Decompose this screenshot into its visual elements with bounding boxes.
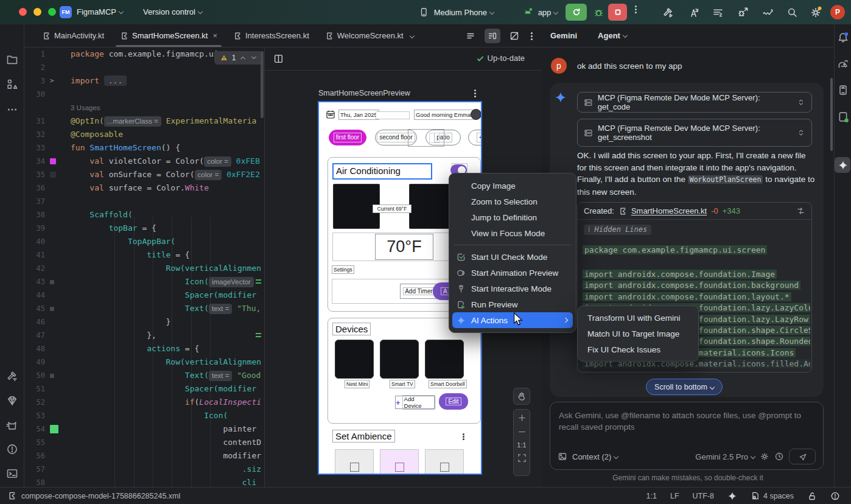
zoom-out-icon[interactable]: [517, 427, 527, 436]
menu-item-zoom-to-selection[interactable]: Zoom to Selection: [452, 194, 573, 209]
preview-name[interactable]: SmartHomeScreenPreview: [318, 89, 410, 97]
terminal-icon[interactable]: [6, 467, 18, 480]
code-view-button[interactable]: [463, 29, 478, 43]
expand-collapse-icon[interactable]: [797, 128, 805, 137]
menu-item-transform-ui[interactable]: Transform UI with Gemini: [581, 310, 695, 326]
tab-list-chevron-icon[interactable]: [409, 33, 414, 38]
next-issue-icon[interactable]: [250, 54, 257, 61]
chip-add[interactable]: +: [468, 130, 482, 145]
run-config-selector[interactable]: app: [522, 7, 558, 17]
menu-item-match-ui[interactable]: Match UI to Target Image: [581, 326, 695, 341]
project-selector[interactable]: FigmaMCP: [77, 7, 123, 16]
tab-welcomescreen[interactable]: WelcomeScreen.kt: [317, 24, 422, 47]
debug-button[interactable]: [589, 4, 608, 21]
edit-button[interactable]: Edit: [439, 393, 468, 410]
indent-config[interactable]: 4 spaces: [751, 491, 794, 500]
close-tab-icon[interactable]: ×: [212, 31, 217, 40]
build-run-icon[interactable]: [662, 7, 674, 18]
split-view-button[interactable]: [485, 29, 500, 43]
ambience-options-icon[interactable]: [463, 436, 464, 438]
apply-changes-icon[interactable]: [688, 7, 699, 18]
fit-screen-icon[interactable]: [517, 453, 527, 463]
zoom-in-icon[interactable]: [517, 413, 527, 422]
menu-item-view-in-focus-mode[interactable]: View in Focus Mode: [452, 225, 573, 241]
attach-image-icon[interactable]: [558, 452, 567, 461]
unlocked-icon[interactable]: [807, 491, 817, 501]
menu-item-jump-to-definition[interactable]: Jump to Definition: [452, 209, 573, 225]
menu-item-start-interactive-mode[interactable]: Start Interactive Mode: [452, 281, 573, 296]
chat-scrollbar[interactable]: [830, 78, 833, 151]
preview-layout-icon[interactable]: [273, 54, 284, 64]
prev-issue-icon[interactable]: [239, 54, 247, 61]
problems-icon[interactable]: [6, 443, 18, 455]
tool-call-card[interactable]: MCP (Figma Remote Dev Mode MCP Server):g…: [577, 119, 812, 147]
scroll-to-bottom-button[interactable]: Scroll to bottom: [646, 379, 723, 395]
close-window-button[interactable]: [19, 8, 27, 16]
ac-title-selected[interactable]: Air Conditioning: [332, 163, 432, 180]
tab-smarthomescreen[interactable]: SmartHomeScreen.kt ×: [112, 24, 225, 47]
chat-settings-icon[interactable]: [760, 452, 769, 461]
running-devices-icon[interactable]: [837, 111, 849, 123]
profiler-icon[interactable]: [762, 7, 774, 18]
add-device-button[interactable]: +Add Device: [395, 396, 435, 409]
commit-icon[interactable]: [6, 78, 18, 90]
add-timer-button[interactable]: Add Timer: [400, 284, 438, 299]
inspection-widget[interactable]: 1: [214, 51, 263, 65]
menu-item-copy-image[interactable]: Copy Image: [452, 178, 573, 194]
power-save-icon[interactable]: [830, 491, 840, 501]
notifications-bell-icon[interactable]: [837, 32, 849, 44]
send-button[interactable]: [789, 449, 816, 464]
chip-first-floor[interactable]: first floor: [329, 130, 366, 145]
open-diff-icon[interactable]: [796, 206, 805, 215]
code-editor[interactable]: 1package com.example.figmamcp.ui23>impor…: [24, 47, 264, 487]
zoom-ratio-label[interactable]: 1:1: [517, 441, 526, 449]
editor-scrollbar[interactable]: [261, 51, 264, 118]
status-file-path[interactable]: compose-compose-model-1758866285245.xml: [21, 492, 180, 500]
maximize-window-button[interactable]: [48, 8, 56, 16]
menu-item-fix-ui-check[interactable]: Fix UI Check Issues: [581, 341, 695, 357]
history-icon[interactable]: [774, 452, 784, 461]
menu-item-start-ui-check[interactable]: Start UI Check Mode: [452, 249, 573, 265]
logcat-icon[interactable]: [6, 419, 18, 431]
gemini-sparkle-icon[interactable]: [838, 160, 848, 170]
fold-arrow-icon[interactable]: >: [45, 74, 71, 88]
todo-list-icon[interactable]: [712, 7, 724, 18]
cursor-position[interactable]: 1:1: [646, 492, 657, 500]
model-selector[interactable]: Gemini 2.5 Pro: [695, 452, 755, 461]
file-encoding[interactable]: UTF-8: [693, 492, 714, 500]
settings-label[interactable]: Settings: [332, 265, 354, 274]
stop-button[interactable]: [608, 4, 627, 21]
prompt-input[interactable]: Ask Gemini, use @filename to attach sour…: [550, 402, 824, 470]
search-icon[interactable]: [786, 7, 798, 18]
device-card[interactable]: [425, 340, 464, 379]
menu-item-start-animation-preview[interactable]: Start Animation Preview: [452, 265, 573, 281]
tool-call-card[interactable]: MCP (Figma Remote Dev Mode MCP Server): …: [577, 92, 812, 113]
selection-handle[interactable]: [429, 133, 440, 143]
usages-hint[interactable]: 3 Usages: [71, 104, 100, 111]
pan-button[interactable]: [513, 388, 530, 405]
preview-options-icon[interactable]: [474, 93, 476, 94]
hidden-lines-chip[interactable]: ⁞ Hidden Lines: [584, 225, 651, 235]
tab-interestsscreen[interactable]: InterestsScreen.kt: [225, 24, 317, 47]
device-manager-icon[interactable]: [837, 84, 849, 96]
tab-mainactivity[interactable]: MainActivity.kt: [34, 24, 112, 47]
menu-item-run-preview[interactable]: Run Preview: [452, 296, 573, 312]
attach-debugger-icon[interactable]: [737, 7, 749, 18]
gradle-icon[interactable]: [837, 58, 849, 70]
agent-mode-selector[interactable]: Agent: [598, 31, 627, 40]
editor-options-icon[interactable]: [531, 35, 533, 37]
design-view-button[interactable]: [506, 29, 522, 43]
app-quality-insights-icon[interactable]: [6, 394, 18, 407]
run-button[interactable]: [566, 4, 587, 21]
device-card[interactable]: [335, 340, 374, 379]
settings-gear-icon[interactable]: [810, 6, 822, 18]
vcs-menu[interactable]: Version control: [143, 7, 202, 16]
device-selector[interactable]: Medium Phone: [419, 7, 494, 17]
expand-collapse-icon[interactable]: [797, 98, 805, 107]
created-file-link[interactable]: SmartHomeScreen.kt: [631, 206, 707, 215]
project-folder-icon[interactable]: [6, 54, 18, 66]
user-avatar[interactable]: P: [830, 5, 845, 19]
more-tool-windows-icon[interactable]: [6, 103, 18, 116]
more-run-options-icon[interactable]: [635, 9, 637, 10]
minimize-window-button[interactable]: [33, 8, 41, 16]
